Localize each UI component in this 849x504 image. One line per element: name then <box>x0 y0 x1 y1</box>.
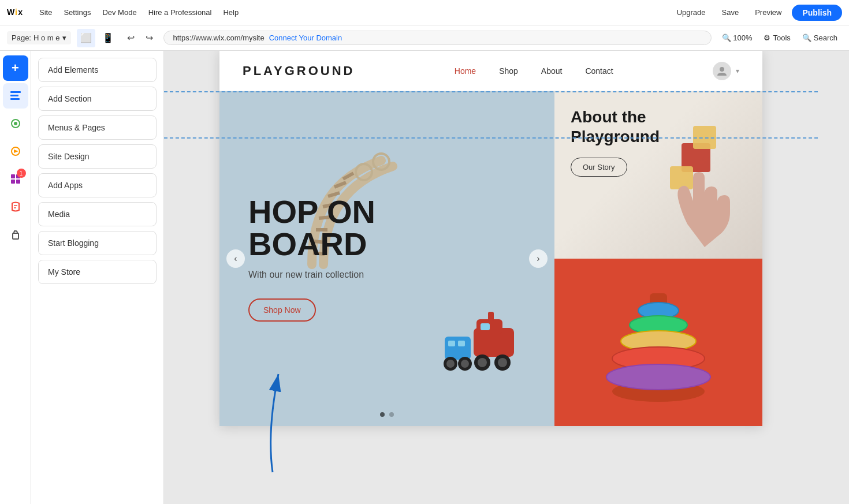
nav-hire[interactable]: Hire a Professional <box>144 6 217 19</box>
rings-toy-svg <box>554 259 762 426</box>
hero-section: HOP ON BOARD With our new train collecti… <box>219 91 762 426</box>
svg-point-40 <box>461 360 469 368</box>
top-bar-nav: Site Settings Dev Mode Hire a Profession… <box>35 6 243 19</box>
svg-rect-9 <box>11 174 15 178</box>
about-card: About the Playground Our Story <box>554 91 762 259</box>
tools-button[interactable]: ⚙ Tools <box>759 31 795 44</box>
svg-rect-42 <box>458 341 465 346</box>
svg-rect-41 <box>448 341 455 346</box>
chevron-down-icon: ▾ <box>736 67 739 75</box>
add-elements-btn[interactable]: Add Elements <box>38 58 157 82</box>
my-store-btn[interactable]: My Store <box>38 260 157 284</box>
nav-devmode[interactable]: Dev Mode <box>98 6 141 19</box>
undo-button[interactable]: ↩ <box>123 30 139 46</box>
svg-rect-15 <box>13 233 18 239</box>
nav-shop[interactable]: Shop <box>499 66 518 76</box>
address-bar: Page: H o m e ▾ ⬜ 📱 ↩ ↪ https://www.wix.… <box>0 25 849 51</box>
apps-badge: 1 <box>17 169 26 178</box>
nav-home[interactable]: Home <box>455 66 476 76</box>
hero-text-area: HOP ON BOARD With our new train collecti… <box>248 196 526 322</box>
add-section-btn[interactable]: Add Section <box>38 87 157 111</box>
product-image <box>554 259 762 426</box>
url-bar: https://www.wix.com/mysite Connect Your … <box>163 31 712 45</box>
redo-button[interactable]: ↪ <box>142 30 158 46</box>
svg-rect-3 <box>10 91 21 93</box>
svg-rect-11 <box>11 180 15 184</box>
view-actions: 🔍 100% ⚙ Tools 🔍 Search <box>717 31 842 44</box>
blog-icon[interactable] <box>3 194 28 219</box>
add-apps-btn[interactable]: Add Apps <box>38 173 157 197</box>
nav-site[interactable]: Site <box>35 6 57 19</box>
site-nav: Home Shop About Contact <box>455 66 613 76</box>
avatar[interactable] <box>713 62 731 80</box>
upgrade-button[interactable]: Upgrade <box>671 6 712 19</box>
site-header: PLAYGROUND Home Shop About Contact ▾ <box>219 51 762 91</box>
dashed-line-top <box>164 91 818 92</box>
svg-text:W: W <box>7 8 15 17</box>
store-icon[interactable] <box>3 222 28 247</box>
history-actions: ↩ ↪ <box>123 30 158 46</box>
page-selector[interactable]: Page: H o m e ▾ <box>7 31 71 44</box>
right-gutter <box>818 51 849 504</box>
url-text: https://www.wix.com/mysite <box>173 33 265 42</box>
nav-help[interactable]: Help <box>218 6 243 19</box>
our-story-button[interactable]: Our Story <box>571 158 627 177</box>
about-text: About the Playground Our Story <box>554 91 762 193</box>
zoom-control[interactable]: 🔍 100% <box>717 31 757 44</box>
svg-point-33 <box>498 358 507 367</box>
connect-domain-link[interactable]: Connect Your Domain <box>269 33 342 42</box>
nav-contact[interactable]: Contact <box>585 66 613 76</box>
desktop-icon[interactable]: ⬜ <box>77 29 95 47</box>
left-sidebar: + 1 <box>0 51 31 504</box>
carousel-prev-button[interactable]: ‹ <box>226 249 245 268</box>
svg-text:x: x <box>18 8 23 17</box>
canvas-area: PLAYGROUND Home Shop About Contact ▾ <box>164 51 818 504</box>
add-element-icon[interactable]: + <box>3 55 28 81</box>
save-button[interactable]: Save <box>716 6 745 19</box>
top-bar-right: Upgrade Save Preview Publish <box>671 5 842 21</box>
site-logo: PLAYGROUND <box>243 64 355 79</box>
carousel-next-button[interactable]: › <box>529 249 548 268</box>
chevron-down-icon: ▾ <box>62 33 66 42</box>
svg-rect-34 <box>481 323 490 330</box>
media-btn[interactable]: Media <box>38 202 157 226</box>
svg-rect-36 <box>445 337 471 360</box>
menus-pages-btn[interactable]: Menus & Pages <box>38 115 157 140</box>
svg-point-16 <box>14 230 15 232</box>
preview-button[interactable]: Preview <box>749 6 787 19</box>
nav-about[interactable]: About <box>541 66 563 76</box>
svg-rect-4 <box>10 95 18 96</box>
svg-point-7 <box>14 122 17 125</box>
svg-point-31 <box>478 358 487 367</box>
hero-right: About the Playground Our Story <box>554 91 762 426</box>
carousel-dots <box>380 412 394 417</box>
site-nav-right: ▾ <box>713 62 739 80</box>
svg-rect-5 <box>10 98 20 100</box>
svg-point-17 <box>720 67 724 72</box>
mobile-icon[interactable]: 📱 <box>99 29 117 47</box>
device-icons: ⬜ 📱 <box>77 29 117 47</box>
top-bar: W i x Site Settings Dev Mode Hire a Prof… <box>0 0 849 25</box>
page-label: Page: <box>12 33 31 42</box>
site-preview: PLAYGROUND Home Shop About Contact ▾ <box>219 51 762 426</box>
design-icon[interactable] <box>3 111 28 136</box>
carousel-dot-2[interactable] <box>389 412 394 417</box>
carousel-dot-1[interactable] <box>380 412 385 417</box>
svg-text:i: i <box>15 8 17 17</box>
pages-icon[interactable] <box>3 83 28 109</box>
site-design-btn[interactable]: Site Design <box>38 144 157 169</box>
svg-rect-12 <box>16 180 20 184</box>
about-title: About the Playground <box>571 107 746 146</box>
hero-subtitle: With our new train collection <box>248 270 526 280</box>
shop-now-button[interactable]: Shop Now <box>248 298 316 322</box>
wix-logo: W i x <box>7 3 25 22</box>
nav-settings[interactable]: Settings <box>59 6 95 19</box>
media-icon[interactable] <box>3 139 28 164</box>
main-layout: + 1 Add Elements Add Section Menus & Pag… <box>0 51 849 504</box>
hero-left: HOP ON BOARD With our new train collecti… <box>219 91 554 426</box>
publish-button[interactable]: Publish <box>792 5 842 21</box>
apps-icon[interactable]: 1 <box>3 166 28 192</box>
search-button[interactable]: 🔍 Search <box>798 31 842 44</box>
dashed-line-mid <box>164 137 818 139</box>
start-blogging-btn[interactable]: Start Blogging <box>38 231 157 255</box>
